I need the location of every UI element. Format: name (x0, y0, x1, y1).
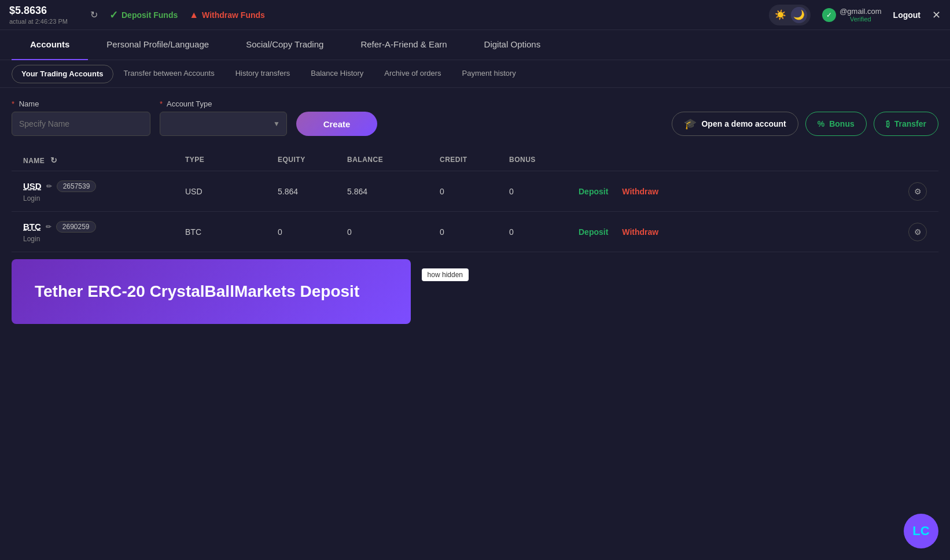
account-id-btc: 2690259 (56, 221, 96, 233)
deposit-label: Deposit Funds (121, 10, 178, 20)
type-btc: BTC (185, 227, 278, 237)
nav-item-accounts[interactable]: Accounts (12, 30, 88, 60)
account-type-field-group: * Account Type ▼ (160, 100, 287, 136)
deposit-btc-button[interactable]: Deposit (579, 227, 608, 237)
row-menu-btc[interactable]: ⚙ (908, 223, 927, 241)
withdraw-button[interactable]: ▲ Withdraw Funds (189, 10, 265, 20)
subnav-transfer-label: Transfer between Accounts (124, 69, 215, 78)
table-header: NAME ↻ TYPE EQUITY BALANCE CREDIT BONUS (12, 150, 938, 171)
deposit-usd-button[interactable]: Deposit (579, 187, 608, 196)
nav-accounts-label: Accounts (30, 39, 69, 49)
subnav-trading-accounts-label: Your Trading Accounts (21, 69, 104, 78)
show-hidden-tooltip[interactable]: how hidden (422, 268, 469, 281)
row-menu-usd[interactable]: ⚙ (908, 182, 927, 201)
balance-btc: 0 (347, 227, 440, 237)
col-equity-header: EQUITY (278, 156, 347, 165)
main-content: * Name * Account Type ▼ Create 🎓 Open a … (0, 88, 950, 336)
bonus-icon: % (818, 119, 824, 128)
name-label: * Name (12, 100, 150, 108)
nav-profile-label: Personal Profile/Language (106, 39, 209, 49)
account-name-cell-btc: BTC ✏ 2690259 Login (23, 221, 185, 243)
credit-btc: 0 (440, 227, 509, 237)
price-refresh-icon[interactable]: ↻ (90, 9, 98, 20)
transfer-button[interactable]: ₿ Transfer (874, 112, 938, 136)
col-name-header: NAME ↻ (23, 156, 185, 165)
edit-icon-btc[interactable]: ✏ (46, 223, 51, 231)
name-label-text: Name (19, 100, 39, 108)
account-name-usd: USD (23, 181, 42, 191)
nav-item-digital[interactable]: Digital Options (466, 30, 559, 60)
nav-social-label: Social/Copy Trading (246, 39, 323, 49)
open-demo-button[interactable]: 🎓 Open a demo account (672, 112, 798, 136)
deposit-button[interactable]: ✓ Deposit Funds (109, 9, 178, 21)
tether-banner: Tether ERC-20 CrystalBallMarkets Deposit (12, 259, 411, 324)
subnav-history[interactable]: History transfers (225, 60, 301, 88)
logout-button[interactable]: Logout (893, 10, 920, 20)
price-display: $5.8636 actual at 2:46:23 PM (9, 5, 79, 25)
withdraw-usd-button[interactable]: Withdraw (622, 187, 658, 196)
subnav-balance-label: Balance History (311, 69, 363, 78)
close-button[interactable]: ✕ (932, 9, 941, 21)
withdraw-arrow-icon: ▲ (189, 10, 198, 20)
account-name-cell-usd: USD ✏ 2657539 Login (23, 180, 185, 202)
transfer-label: Transfer (894, 119, 926, 128)
subnav-trading-accounts[interactable]: Your Trading Accounts (12, 65, 113, 83)
verified-checkmark-icon: ✓ (822, 8, 836, 22)
nav-item-profile[interactable]: Personal Profile/Language (88, 30, 227, 60)
subnav-history-label: History transfers (235, 69, 290, 78)
tether-banner-title: Tether ERC-20 CrystalBallMarkets Deposit (35, 282, 388, 301)
light-theme-button[interactable]: ☀️ (772, 7, 789, 23)
name-required-star: * (12, 100, 14, 108)
equity-usd: 5.864 (278, 187, 347, 196)
subnav-balance[interactable]: Balance History (300, 60, 374, 88)
name-input[interactable] (12, 112, 150, 136)
subnav-archive-label: Archive of orders (384, 69, 441, 78)
login-label-btc[interactable]: Login (23, 235, 185, 243)
subnav-transfer[interactable]: Transfer between Accounts (113, 60, 225, 88)
sub-nav: Your Trading Accounts Transfer between A… (0, 60, 950, 88)
account-id-usd: 2657539 (57, 180, 97, 192)
create-button[interactable]: Create (296, 112, 377, 136)
account-type-label-text: Account Type (167, 100, 212, 108)
dark-theme-button[interactable]: 🌙 (791, 7, 807, 23)
topbar: $5.8636 actual at 2:46:23 PM ↻ ✓ Deposit… (0, 0, 950, 30)
email-text: @gmail.com (839, 7, 881, 16)
demo-icon: 🎓 (684, 117, 697, 130)
nav-item-refer[interactable]: Refer-A-Friend & Earn (342, 30, 465, 60)
nav-refer-label: Refer-A-Friend & Earn (360, 39, 447, 49)
bonus-button[interactable]: % Bonus (805, 112, 867, 136)
withdraw-btc-button[interactable]: Withdraw (622, 227, 658, 237)
transfer-icon: ₿ (886, 119, 890, 128)
user-email-display: @gmail.com Verified (839, 7, 881, 23)
type-usd: USD (185, 187, 278, 196)
subnav-payment-label: Payment history (462, 69, 516, 78)
tether-section: Tether ERC-20 CrystalBallMarkets Deposit… (12, 259, 411, 324)
verified-label: Verified (850, 16, 871, 23)
balance-usd: 5.864 (347, 187, 440, 196)
login-label-usd[interactable]: Login (23, 194, 185, 202)
col-credit-header: CREDIT (440, 156, 509, 165)
row-actions-btc: Deposit Withdraw ⚙ (579, 223, 927, 241)
name-field-group: * Name (12, 100, 150, 136)
bottom-logo[interactable]: LC (904, 514, 938, 548)
table-row: BTC ✏ 2690259 Login BTC 0 0 0 0 Deposit … (12, 212, 938, 252)
row-actions-usd: Deposit Withdraw ⚙ (579, 182, 927, 201)
price-timestamp: actual at 2:46:23 PM (9, 18, 79, 25)
edit-icon-usd[interactable]: ✏ (46, 182, 52, 190)
table-refresh-icon[interactable]: ↻ (50, 156, 58, 165)
account-type-select[interactable] (160, 112, 287, 136)
col-actions-header (579, 156, 927, 165)
action-buttons: 🎓 Open a demo account % Bonus ₿ Transfer (672, 112, 938, 136)
demo-label: Open a demo account (701, 119, 786, 128)
theme-switcher: ☀️ 🌙 (769, 5, 811, 25)
nav-item-social[interactable]: Social/Copy Trading (227, 30, 342, 60)
table-row: USD ✏ 2657539 Login USD 5.864 5.864 0 0 … (12, 171, 938, 212)
account-name-row-usd: USD ✏ 2657539 (23, 180, 185, 192)
account-name-row-btc: BTC ✏ 2690259 (23, 221, 185, 233)
bonus-btc: 0 (509, 227, 579, 237)
subnav-payment[interactable]: Payment history (452, 60, 526, 88)
create-account-form: * Name * Account Type ▼ Create 🎓 Open a … (12, 100, 938, 136)
subnav-archive[interactable]: Archive of orders (374, 60, 451, 88)
deposit-check-icon: ✓ (109, 9, 118, 21)
col-balance-header: BALANCE (347, 156, 440, 165)
